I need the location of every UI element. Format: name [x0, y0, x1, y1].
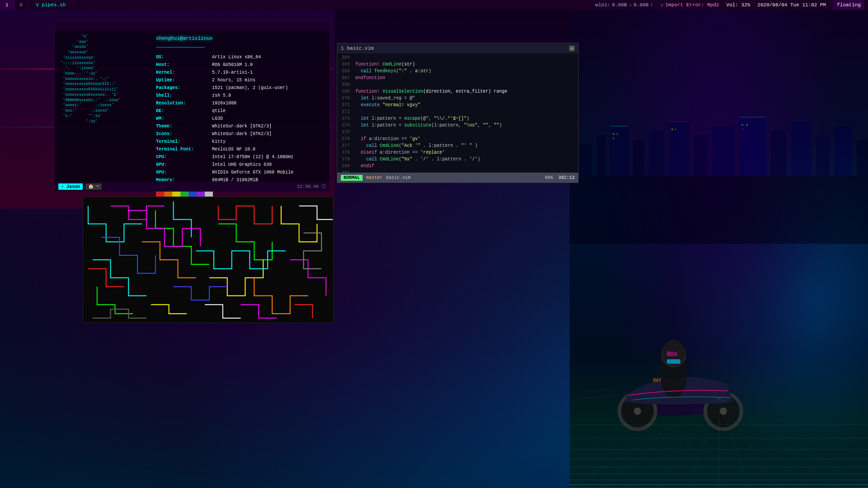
terminal-window: 'o' 'ooo' 'ooxoo' 'ooxxxoo' 'oiiioxkxxxo…	[54, 20, 330, 192]
svg-line-61	[719, 398, 868, 488]
svg-rect-9	[739, 117, 766, 176]
svg-text:RAY: RAY	[653, 378, 661, 383]
sysinfo-resolution: Resolution: 868x488	[156, 99, 326, 107]
svg-rect-19	[616, 133, 618, 135]
svg-line-51	[570, 398, 719, 488]
vim-titlebar: 1 basic.vim ✕	[337, 43, 578, 53]
vim-mode-badge: NORMAL	[341, 175, 363, 181]
music-icon: ♪	[660, 2, 664, 8]
arrow-up-icon: ↑	[651, 2, 654, 8]
arrow-down-icon: ↓	[629, 2, 632, 8]
pipes-window	[83, 197, 334, 323]
floating-badge: floating	[833, 0, 864, 10]
vim-window: 1 basic.vim ✕ 364 365function! CmdLine(s…	[337, 43, 579, 183]
svg-rect-12	[816, 135, 830, 176]
theme-value: WhiteSur-dark [GTK2/3]	[212, 122, 272, 130]
resolution-value: 868x488	[212, 99, 236, 107]
vim-line-381: 381	[337, 169, 578, 173]
kernel-key: Kernel:	[156, 69, 210, 76]
de-key: DE:	[156, 107, 210, 115]
network-info: wlo1: 0.00B ↓ 0.00B ↑	[595, 2, 653, 8]
svg-rect-21	[671, 128, 673, 130]
vim-code-content: 364 365function! CmdLine(str) 366 call f…	[337, 53, 578, 173]
vim-title: 1 basic.vim	[341, 46, 374, 51]
sysinfo-wm: WM: LG3D	[156, 115, 326, 122]
terminal-statusbar-left: ⚡ Jason 🏠 ~	[58, 183, 102, 190]
workspace-1[interactable]: 1	[0, 0, 14, 10]
user-badge: ⚡ Jason	[58, 183, 83, 190]
svg-rect-37	[667, 359, 680, 364]
sysinfo-terminal-font: Terminal Font: MesloLGS NF 10.0	[156, 145, 326, 153]
datetime-text: 2020/08/04 Tue 11:02 PM	[757, 2, 826, 8]
sysinfo-cpu: CPU: Intel i7-8750H (12) @ 4.100GHz	[156, 153, 326, 161]
vim-close-button[interactable]: ✕	[569, 46, 575, 51]
svg-rect-5	[649, 131, 665, 176]
vim-line-368: 368	[337, 81, 578, 88]
vim-line-367: 367endfunction	[337, 75, 578, 81]
music-info: ♪ Import Error: Mpd2	[660, 2, 719, 8]
shell-key: Shell:	[156, 92, 210, 99]
topbar-right-section: wlo1: 0.00B ↓ 0.00B ↑ ♪ Import Error: Mp…	[595, 0, 868, 10]
terminal-value: kitty	[212, 138, 226, 145]
host-value: ROG GU501GM 1.0	[212, 61, 253, 69]
vim-filename: basic.vim	[386, 175, 410, 180]
volume-label: Vol: 32%	[726, 2, 750, 8]
svg-rect-23	[741, 124, 743, 126]
gpu-intel-value: Intel UHD Graphics 630	[212, 161, 272, 169]
vim-percent: 99%	[545, 175, 553, 180]
svg-rect-2	[597, 135, 606, 176]
volume-info: Vol: 32%	[726, 2, 750, 8]
terminal-time: 22:56:48 ⓘ	[297, 183, 326, 190]
svg-line-54	[659, 398, 719, 488]
wm-value: LG3D	[212, 115, 223, 122]
svg-rect-4	[633, 140, 644, 176]
vim-line-369: 369function! VisualSelection(direction, …	[337, 88, 578, 95]
vim-line-375: 375	[337, 129, 578, 136]
vim-line-366: 366 call feedkeys(":" . a:str)	[337, 68, 578, 75]
cpu-key: CPU:	[156, 153, 210, 161]
vim-line-378: 378 elseif a:direction == 'replace'	[337, 149, 578, 156]
sysinfo-icons: Icons: WhiteSur-dark [GTK2/3]	[156, 130, 326, 138]
gpu-nvidia-value: NVIDIA GeForce GTX 1060 Mobile	[212, 169, 293, 176]
sysinfo-panel: shenghui@artixlinux ────────────────── O…	[156, 34, 326, 188]
svg-rect-8	[712, 126, 735, 176]
svg-rect-1	[579, 144, 592, 176]
vim-line-371: 371 execute "normal! vgvy"	[337, 102, 578, 108]
kernel-value: 5.7.10-artix1-1	[212, 69, 253, 76]
icons-value: WhiteSur-dark [GTK2/3]	[212, 130, 272, 138]
svg-line-53	[629, 398, 719, 488]
network-interface: wlo1:	[595, 2, 610, 8]
ascii-art: 'o' 'ooo' 'ooxoo' 'ooxxxoo' 'oiiioxkxxxo…	[58, 34, 149, 124]
sysinfo-gpu-nvidia: GPU: NVIDIA GeForce GTX 1060 Mobile	[156, 169, 326, 176]
svg-rect-22	[675, 128, 677, 130]
terminal-titlebar	[55, 21, 330, 31]
sysinfo-os: OS: Artix Linux x86_64	[156, 53, 326, 61]
workspace-2-label: 0	[20, 2, 23, 8]
sysinfo-packages: Packages: 1521 (pacman), 2 (guix-user)	[156, 84, 326, 92]
svg-rect-14	[857, 140, 868, 176]
terminal-statusbar: ⚡ Jason 🏠 ~ 22:56:48 ⓘ	[55, 182, 330, 192]
resolution-key: Resolution:	[156, 99, 210, 107]
svg-rect-18	[613, 133, 614, 135]
network-down: 0.00B	[612, 2, 627, 8]
vim-line-376: 376 if a:direction == 'gv'	[337, 136, 578, 142]
gpu-nvidia-key: GPU:	[156, 169, 210, 176]
svg-rect-13	[834, 126, 852, 176]
uptime-value: 2 hours, 15 mins	[212, 76, 255, 84]
sysinfo-de: DE: qtile	[156, 107, 326, 115]
svg-rect-10	[771, 131, 787, 176]
vim-line-364: 364	[337, 54, 578, 61]
svg-line-60	[719, 398, 838, 488]
vim-line-373: 373 let l:pattern = escape(@", "\\/.*'$~…	[337, 115, 578, 122]
sysinfo-kernel: Kernel: 5.7.10-artix1-1	[156, 69, 326, 76]
uptime-key: Uptime:	[156, 76, 210, 84]
de-value: qtile	[212, 107, 226, 115]
workspace-1-label: 1	[5, 2, 9, 8]
terminal-key: Terminal:	[156, 138, 210, 145]
theme-key: Theme:	[156, 122, 210, 130]
music-error: Import Error: Mpd2	[665, 2, 719, 8]
cpu-value: Intel i7-8750H (12) @ 4.100GHz	[212, 153, 293, 161]
svg-line-58	[719, 398, 778, 488]
workspace-2[interactable]: 0	[14, 0, 29, 10]
vim-line-374: 374 let l:pattern = substitute(l:pattern…	[337, 122, 578, 129]
